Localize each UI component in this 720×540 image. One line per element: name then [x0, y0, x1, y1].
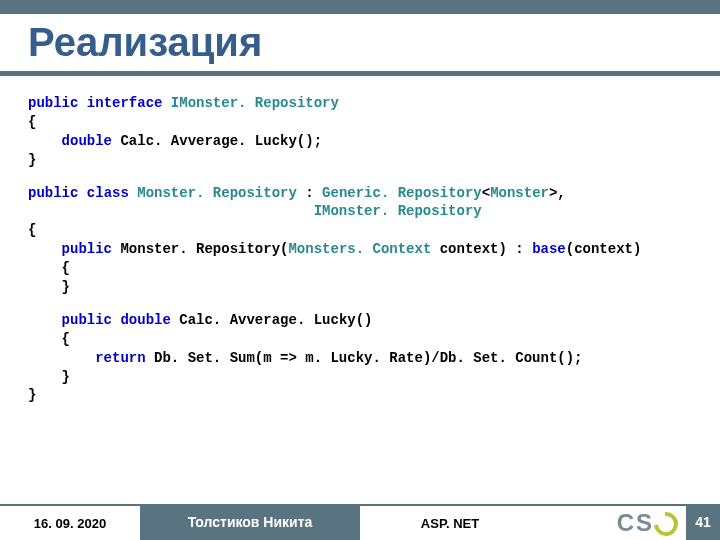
footer-subject: ASP. NET — [360, 504, 540, 540]
type-imonster-repo: IMonster. Repository — [171, 95, 339, 111]
footer-author: Толстиков Никита — [140, 504, 360, 540]
code-block: public interface IMonster. Repository { … — [28, 94, 692, 170]
title-row: Реализация — [0, 14, 720, 67]
csc-logo: CS — [617, 509, 678, 537]
footer-logo-area: CS — [540, 504, 686, 540]
code-gap-2 — [28, 297, 692, 311]
code-block-3: public double Calc. Avverage. Lucky() { … — [28, 311, 692, 405]
kw-public: public — [28, 95, 78, 111]
footer-date: 16. 09. 2020 — [0, 504, 140, 540]
top-accent-bar — [0, 0, 720, 14]
code-block-2: public class Monster. Repository : Gener… — [28, 184, 692, 297]
slide: Реализация public interface IMonster. Re… — [0, 0, 720, 540]
slide-title: Реализация — [28, 20, 692, 65]
footer-page-number: 41 — [686, 504, 720, 540]
kw-interface: interface — [87, 95, 163, 111]
kw-double: double — [62, 133, 112, 149]
footer: 16. 09. 2020 Толстиков Никита ASP. NET C… — [0, 504, 720, 540]
logo-ring-icon — [649, 507, 683, 540]
code-gap-1 — [28, 170, 692, 184]
logo-letter-s: S — [636, 509, 651, 537]
content-area: public interface IMonster. Repository { … — [0, 76, 720, 540]
logo-letter-c: C — [617, 509, 633, 537]
